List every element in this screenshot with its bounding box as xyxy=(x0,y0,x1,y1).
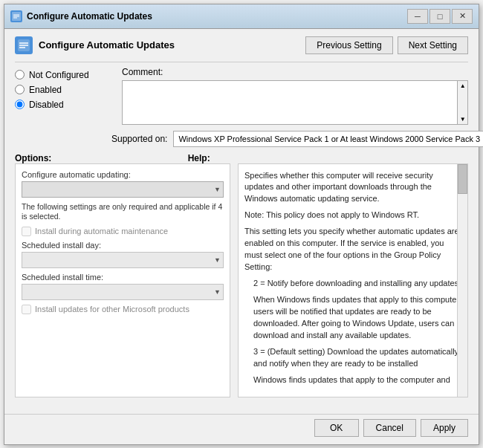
next-setting-button[interactable]: Next Setting xyxy=(398,36,468,54)
options-note: The following settings are only required… xyxy=(22,202,224,222)
radio-label-enabled: Enabled xyxy=(29,85,62,95)
help-para-2: Note: This policy does not apply to Wind… xyxy=(244,210,461,221)
maximize-button[interactable]: □ xyxy=(429,9,450,24)
dialog-footer: OK Cancel Apply xyxy=(4,414,479,444)
radio-not-configured[interactable]: Not Configured xyxy=(15,70,111,80)
help-para-4: 2 = Notify before downloading and instal… xyxy=(253,278,461,290)
scheduled-time-label: Scheduled install time: xyxy=(22,273,224,282)
help-scrollbar-track[interactable] xyxy=(457,164,467,397)
configure-dropdown[interactable] xyxy=(22,181,224,198)
header-buttons: Previous Setting Next Setting xyxy=(305,36,468,54)
radio-enabled[interactable]: Enabled xyxy=(15,85,111,95)
supported-label: Supported on: xyxy=(111,134,167,144)
dialog-content: Configure Automatic Updates Previous Set… xyxy=(4,29,479,411)
scheduled-day-dropdown-wrapper: ▼ xyxy=(22,252,224,268)
window-title: Configure Automatic Updates xyxy=(27,11,152,22)
radio-input-not-configured[interactable] xyxy=(15,70,25,79)
radio-input-disabled[interactable] xyxy=(15,100,25,109)
config-section: Not Configured Enabled Disabled Comment:… xyxy=(15,67,468,125)
install-maintenance-label: Install during automatic maintenance xyxy=(35,227,168,236)
supported-row: Supported on: Windows XP Professional Se… xyxy=(111,131,468,147)
other-products-checkbox-item: Install updates for other Microsoft prod… xyxy=(22,305,224,314)
help-para-6: 3 = (Default setting) Download the updat… xyxy=(253,346,461,370)
scheduled-day-dropdown[interactable] xyxy=(22,252,224,268)
help-para-1: Specifies whether this computer will rec… xyxy=(244,170,461,206)
comment-area: Comment: ▲ ▼ xyxy=(122,67,468,125)
apply-button[interactable]: Apply xyxy=(421,419,468,437)
window-icon xyxy=(10,10,22,22)
header-label: Configure Automatic Updates xyxy=(39,39,175,51)
options-section-label: Options: Help: xyxy=(15,153,230,163)
header-icon xyxy=(15,36,33,54)
radio-label-not-configured: Not Configured xyxy=(29,70,89,80)
configure-label: Configure automatic updating: xyxy=(22,170,224,179)
install-maintenance-checkbox-item: Install during automatic maintenance xyxy=(22,227,224,236)
configure-dropdown-wrapper: ▼ xyxy=(22,181,224,198)
other-products-label: Install updates for other Microsoft prod… xyxy=(35,305,189,314)
comment-scroll-down-icon[interactable]: ▼ xyxy=(460,116,466,123)
radio-group: Not Configured Enabled Disabled xyxy=(15,67,111,125)
header-row: Configure Automatic Updates Previous Set… xyxy=(15,36,468,54)
scheduled-time-dropdown[interactable] xyxy=(22,284,224,300)
minimize-button[interactable]: ─ xyxy=(407,9,428,24)
help-para-3: This setting lets you specify whether au… xyxy=(244,226,461,273)
help-scrollbar-thumb[interactable] xyxy=(458,164,467,194)
other-products-checkbox[interactable] xyxy=(22,305,31,314)
header-divider xyxy=(15,62,468,62)
comment-textarea[interactable] xyxy=(122,80,458,125)
header-title: Configure Automatic Updates xyxy=(15,36,175,54)
radio-label-disabled: Disabled xyxy=(29,100,64,110)
title-bar-left: Configure Automatic Updates xyxy=(10,10,152,22)
options-panel: Configure automatic updating: ▼ The foll… xyxy=(15,163,230,397)
cancel-button[interactable]: Cancel xyxy=(363,419,416,437)
install-maintenance-checkbox[interactable] xyxy=(22,227,31,236)
previous-setting-button[interactable]: Previous Setting xyxy=(305,36,392,54)
close-button[interactable]: ✕ xyxy=(452,9,473,24)
radio-disabled[interactable]: Disabled xyxy=(15,100,111,110)
bottom-section: Configure automatic updating: ▼ The foll… xyxy=(15,163,468,397)
title-controls: ─ □ ✕ xyxy=(407,9,473,24)
title-bar: Configure Automatic Updates ─ □ ✕ xyxy=(4,4,479,29)
help-para-7: Windows finds updates that apply to the … xyxy=(253,374,461,386)
scheduled-day-label: Scheduled install day: xyxy=(22,241,224,250)
main-window: Configure Automatic Updates ─ □ ✕ Config… xyxy=(4,4,479,445)
ok-button[interactable]: OK xyxy=(314,419,359,437)
help-section-label: Help: xyxy=(188,153,210,163)
comment-label: Comment: xyxy=(122,67,468,77)
help-para-5: When Windows finds updates that apply to… xyxy=(253,294,461,342)
radio-input-enabled[interactable] xyxy=(15,85,25,94)
comment-scroll-up-icon[interactable]: ▲ xyxy=(460,82,466,89)
scheduled-time-dropdown-wrapper: ▼ xyxy=(22,284,224,300)
supported-value: Windows XP Professional Service Pack 1 o… xyxy=(173,131,483,147)
help-panel: Specifies whether this computer will rec… xyxy=(238,163,468,397)
help-text: Specifies whether this computer will rec… xyxy=(244,170,461,391)
supported-value-text: Windows XP Professional Service Pack 1 o… xyxy=(178,134,480,143)
